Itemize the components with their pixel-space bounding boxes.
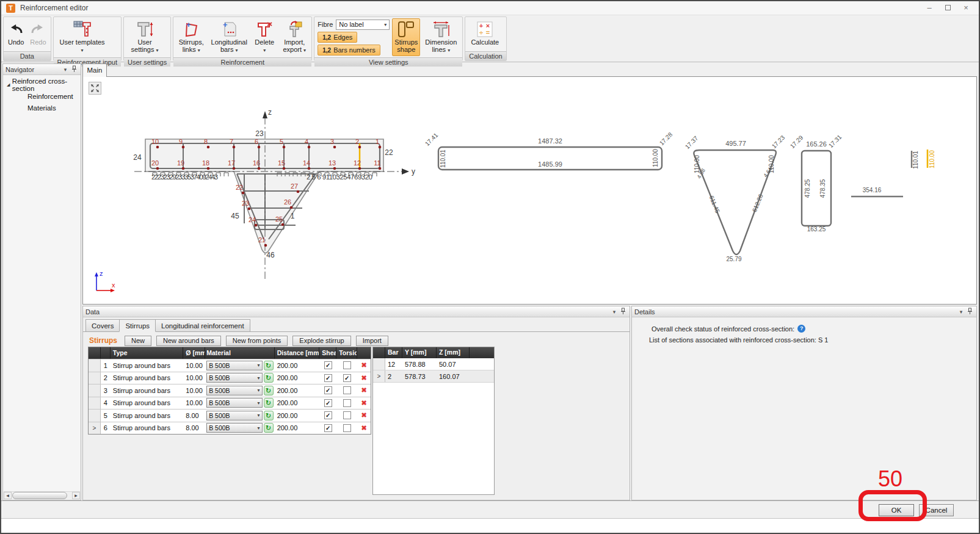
stirrup-row[interactable]: 2 Stirrup around bars 10.00 B 500B▾ ↻ 20…: [89, 372, 371, 384]
new-around-bars-button[interactable]: New around bars: [156, 336, 221, 346]
panel-dropdown-icon[interactable]: ▾: [61, 67, 70, 73]
row-handle[interactable]: >: [89, 422, 101, 435]
diameter-cell[interactable]: 10.00: [183, 399, 205, 406]
shear-checkbox[interactable]: ✓: [324, 361, 332, 369]
pin-icon[interactable]: [70, 65, 78, 74]
diameter-cell[interactable]: 10.00: [183, 362, 205, 369]
panel-dropdown-icon[interactable]: ▾: [610, 309, 619, 315]
distance-cell[interactable]: 200.00: [275, 362, 320, 369]
dimension-lines-button[interactable]: Dimension lines ▾: [421, 18, 460, 56]
stirrup-type-cell[interactable]: Stirrup around bars: [111, 362, 183, 369]
delete-row-button[interactable]: ✖: [357, 424, 371, 432]
stirrup-type-cell[interactable]: Stirrup around bars: [111, 374, 183, 381]
stirrup-row[interactable]: > 6 Stirrup around bars 8.00 B 500B▾ ↻ 2…: [89, 422, 371, 435]
material-dropdown[interactable]: B 500B▾: [206, 386, 262, 395]
tab-longitudinal-reinforcement[interactable]: Longitudinal reinforcement: [156, 319, 250, 332]
pin-icon[interactable]: [619, 308, 627, 316]
pin-icon[interactable]: [965, 308, 974, 316]
torsion-checkbox[interactable]: [343, 424, 351, 432]
explode-stirrup-button[interactable]: Explode stirrup: [292, 336, 350, 346]
material-dropdown[interactable]: B 500B▾: [206, 411, 262, 420]
new-button[interactable]: New: [125, 336, 151, 346]
tab-stirrups[interactable]: Stirrups: [119, 319, 156, 332]
scroll-right-button[interactable]: ▶: [72, 492, 80, 499]
stirrup-type-cell[interactable]: Stirrup around bars: [111, 387, 183, 394]
expander-icon[interactable]: ◢: [7, 82, 12, 87]
stirrup-row[interactable]: 4 Stirrup around bars 10.00 B 500B▾ ↻ 20…: [89, 397, 371, 410]
row-handle[interactable]: [89, 359, 101, 372]
undo-button[interactable]: Undo: [5, 18, 26, 50]
delete-row-button[interactable]: ✖: [357, 361, 371, 369]
material-dropdown[interactable]: B 500B▾: [206, 373, 262, 383]
scroll-left-button[interactable]: ◀: [4, 492, 12, 499]
tree-item-reinforcement[interactable]: Reinforcement: [3, 90, 81, 102]
user-settings-button[interactable]: User settings ▾: [126, 18, 164, 56]
distance-cell[interactable]: 200.00: [275, 424, 320, 431]
shear-checkbox[interactable]: ✓: [324, 374, 332, 382]
refresh-material-icon[interactable]: ↻: [264, 423, 274, 433]
navigator-hscrollbar[interactable]: ◀ ▶: [4, 491, 80, 499]
row-handle[interactable]: [89, 372, 101, 384]
tab-covers[interactable]: Covers: [85, 319, 119, 332]
bars-numbers-toggle[interactable]: 1,2Bars numbers: [318, 45, 380, 56]
shear-checkbox[interactable]: ✓: [324, 399, 332, 407]
scroll-thumb[interactable]: [12, 492, 67, 499]
row-handle[interactable]: [89, 397, 101, 410]
refresh-material-icon[interactable]: ↻: [264, 361, 274, 370]
panel-dropdown-icon[interactable]: ▾: [957, 309, 965, 315]
material-dropdown[interactable]: B 500B▾: [206, 398, 262, 408]
bar-row[interactable]: 12 578.88 50.07: [373, 358, 494, 370]
stirrup-type-cell[interactable]: Stirrup around bars: [111, 424, 183, 431]
diameter-cell[interactable]: 10.00: [183, 387, 205, 394]
distance-cell[interactable]: 200.00: [275, 399, 320, 406]
drawing-canvas[interactable]: zy10987654321201918171615141312112227232…: [82, 76, 977, 305]
diameter-cell[interactable]: 10.00: [183, 374, 205, 381]
delete-row-button[interactable]: ✖: [357, 374, 371, 382]
longitudinal-bars-button[interactable]: + Longitudinal bars ▾: [208, 18, 250, 56]
row-handle[interactable]: [89, 384, 101, 397]
torsion-checkbox[interactable]: [343, 411, 351, 419]
shear-checkbox[interactable]: ✓: [324, 424, 332, 432]
torsion-checkbox[interactable]: [343, 386, 351, 394]
torsion-checkbox[interactable]: [343, 361, 351, 369]
tree-item-reinforced-cross-section[interactable]: ◢ Reinforced cross-section: [3, 79, 81, 90]
calculate-button[interactable]: +×÷= Calculate: [467, 18, 503, 50]
fibre-select[interactable]: No label ▾: [336, 20, 390, 30]
row-handle[interactable]: [373, 358, 385, 370]
shear-checkbox[interactable]: ✓: [324, 411, 332, 419]
distance-cell[interactable]: 200.00: [275, 387, 320, 394]
stirrup-row[interactable]: 5 Stirrup around bars 8.00 B 500B▾ ↻ 200…: [89, 409, 371, 422]
restore-button[interactable]: [938, 1, 957, 15]
diameter-cell[interactable]: 8.00: [183, 424, 205, 431]
bar-y-cell[interactable]: 578.88: [402, 361, 437, 368]
zoom-to-fit-button[interactable]: [89, 82, 101, 95]
delete-button[interactable]: Delete ▾: [251, 18, 278, 56]
material-dropdown[interactable]: B 500B▾: [206, 361, 262, 370]
shear-checkbox[interactable]: ✓: [324, 386, 332, 394]
distance-cell[interactable]: 200.00: [275, 412, 320, 419]
row-handle[interactable]: [89, 410, 101, 422]
refresh-material-icon[interactable]: ↻: [264, 386, 274, 395]
refresh-material-icon[interactable]: ↻: [264, 373, 274, 383]
import-export-button[interactable]: Import, export ▾: [279, 18, 310, 56]
edges-toggle[interactable]: 1,2Edges: [318, 32, 357, 43]
delete-row-button[interactable]: ✖: [357, 399, 371, 407]
stirrup-row[interactable]: 1 Stirrup around bars 10.00 B 500B▾ ↻ 20…: [89, 359, 371, 372]
distance-cell[interactable]: 200.00: [275, 374, 320, 381]
close-button[interactable]: ×: [957, 1, 975, 15]
delete-row-button[interactable]: ✖: [357, 411, 371, 419]
delete-row-button[interactable]: ✖: [357, 386, 371, 394]
stirrups-links-button[interactable]: + Stirrups, links ▾: [175, 18, 207, 56]
import-button[interactable]: Import: [356, 336, 388, 346]
user-templates-button[interactable]: User templates ▾: [56, 18, 109, 56]
new-from-points-button[interactable]: New from points: [226, 336, 288, 346]
diameter-cell[interactable]: 8.00: [183, 412, 205, 419]
refresh-material-icon[interactable]: ↻: [264, 411, 274, 420]
tab-main[interactable]: Main: [82, 63, 107, 77]
bar-row[interactable]: > 2 578.73 160.07: [373, 370, 494, 383]
stirrup-type-cell[interactable]: Stirrup around bars: [111, 399, 183, 406]
material-dropdown[interactable]: B 500B▾: [206, 423, 262, 433]
cancel-button[interactable]: Cancel: [919, 504, 954, 516]
ok-button[interactable]: OK: [879, 504, 914, 516]
stirrups-shape-toggle[interactable]: Stirrups shape: [392, 18, 420, 56]
